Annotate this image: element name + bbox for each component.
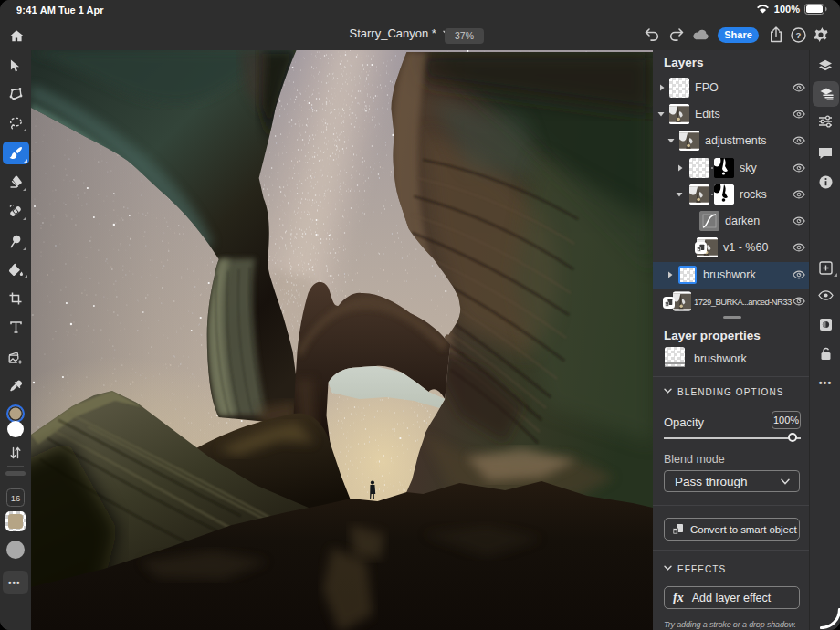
svg-text:?: ? [796, 30, 802, 40]
